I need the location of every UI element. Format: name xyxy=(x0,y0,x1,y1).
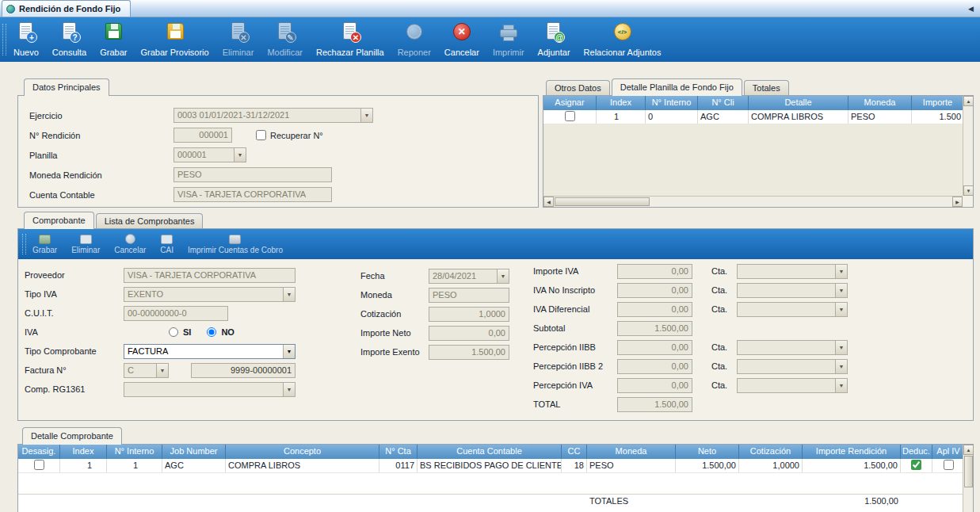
col-header-moneda[interactable]: Moneda xyxy=(848,96,912,110)
scroll-right-icon[interactable]: ▶ xyxy=(952,197,963,207)
col-header-apl-iva[interactable]: Apl IV xyxy=(932,445,963,459)
query-document-icon: ? xyxy=(59,21,81,42)
tab-lista-comprobantes[interactable]: Lista de Comprobantes xyxy=(96,213,204,228)
col-header-n-interno[interactable]: N° Interno xyxy=(646,96,698,110)
toolbar-button-nuevo[interactable]: + Nuevo xyxy=(8,20,44,59)
comp-toolbar-cancelar[interactable]: Cancelar xyxy=(114,234,146,254)
col-header-desasig[interactable]: Desasig. xyxy=(18,445,60,459)
toolbar-button-cancelar[interactable]: ✕ Cancelar xyxy=(439,20,485,59)
cta-iva-no-inscripto-select: ▼ xyxy=(737,283,848,298)
col-header-asignar[interactable]: Asignar xyxy=(543,96,597,110)
save-icon xyxy=(102,21,124,42)
scroll-down-icon[interactable]: ▼ xyxy=(963,185,974,196)
cotizacion-label: Cotización xyxy=(360,309,429,319)
col-header-cotizacion[interactable]: Cotización xyxy=(739,445,803,459)
scroll-left-icon[interactable]: ◀ xyxy=(543,197,554,207)
col-header-moneda[interactable]: Moneda xyxy=(587,445,676,459)
dropdown-arrow-icon: ▼ xyxy=(283,345,295,358)
desasig-checkbox[interactable] xyxy=(34,460,44,470)
comp-toolbar-eliminar[interactable]: Eliminar xyxy=(71,235,100,254)
tab-comprobante[interactable]: Comprobante xyxy=(24,212,94,229)
deduc-checkbox[interactable] xyxy=(911,460,921,470)
comp-toolbar-cai[interactable]: CAI xyxy=(160,235,174,254)
dropdown-arrow-icon: ▼ xyxy=(156,364,168,377)
dropdown-arrow-icon: ▼ xyxy=(835,303,847,316)
col-header-index[interactable]: Index xyxy=(597,96,646,110)
toolbar-button-adjuntar[interactable]: @ Adjuntar xyxy=(532,20,576,59)
toolbar-label: Grabar Provisorio xyxy=(140,48,208,57)
toolbar-button-relacionar-adjuntos[interactable]: </> Relacionar Adjuntos xyxy=(578,20,667,59)
factura-letra-select: C▼ xyxy=(124,363,169,378)
planilla-table-row[interactable]: 1 0 AGC COMPRA LIBROS PESO 1.500 xyxy=(543,110,963,124)
delete-document-icon: ✕ xyxy=(227,21,250,42)
tipo-comprobante-select[interactable]: FACTURA▼ xyxy=(124,344,296,359)
col-header-n-interno[interactable]: N° Interno xyxy=(107,445,162,459)
moneda-rendicion-input: PESO xyxy=(174,167,332,182)
new-document-icon: + xyxy=(15,21,37,42)
toolbar-button-grabar[interactable]: Grabar xyxy=(94,20,132,59)
asignar-checkbox[interactable] xyxy=(565,111,575,121)
toolbar-button-consulta[interactable]: ? Consulta xyxy=(47,20,92,59)
empty-table-row xyxy=(18,473,963,494)
col-header-n-cta[interactable]: N° Cta xyxy=(379,445,418,459)
col-header-n-cli[interactable]: N° Cli xyxy=(698,96,749,110)
ejercicio-label: Ejercicio xyxy=(29,111,174,120)
save-draft-icon xyxy=(164,21,186,42)
tab-totales[interactable]: Totales xyxy=(744,80,789,95)
window-tab[interactable]: Rendición de Fondo Fijo xyxy=(2,0,131,17)
importe-exento-input: 1.500,00 xyxy=(429,345,509,360)
iva-si-radio[interactable] xyxy=(169,327,178,337)
tipo-comprobante-label: Tipo Comprobante xyxy=(25,346,124,356)
apl-iva-checkbox[interactable] xyxy=(944,460,954,470)
detalle-vertical-scrollbar[interactable]: ▲ xyxy=(963,445,973,512)
tab-scroll-left-icon[interactable]: ◀ xyxy=(968,5,974,13)
toolbar-button-rechazar-planilla[interactable]: ✕ Rechazar Planilla xyxy=(311,20,390,59)
iva-no-radio[interactable] xyxy=(207,327,216,337)
main-area: Datos Principales Ejercicio 0003 01/01/2… xyxy=(0,62,980,512)
col-header-detalle[interactable]: Detalle xyxy=(749,96,848,110)
detalle-comprobante-section: Detalle Comprobante Desasig. Index N° In… xyxy=(17,426,974,512)
tab-detalle-comprobante[interactable]: Detalle Comprobante xyxy=(22,427,122,445)
col-header-concepto[interactable]: Concepto xyxy=(226,445,379,459)
detalle-table-row[interactable]: 1 1 AGC COMPRA LIBROS 0117 BS RECIBIDOS … xyxy=(18,459,963,473)
col-header-importe-rendicion[interactable]: Importe Rendición xyxy=(803,445,901,459)
planilla-vertical-scrollbar[interactable]: ▲ ▼ xyxy=(963,96,973,196)
tab-otros-datos[interactable]: Otros Datos xyxy=(546,80,610,95)
col-header-index[interactable]: Index xyxy=(60,445,107,459)
col-header-job-number[interactable]: Job Number xyxy=(162,445,226,459)
scroll-up-icon[interactable]: ▲ xyxy=(963,96,974,106)
scroll-thumb[interactable] xyxy=(964,456,973,487)
comp-toolbar-grabar[interactable]: Grabar xyxy=(32,235,57,254)
col-header-cc[interactable]: CC xyxy=(562,445,587,459)
cta-label: Cta. xyxy=(711,304,737,314)
planilla-horizontal-scrollbar[interactable]: ◀ ▶ xyxy=(543,196,963,207)
proveedor-input: VISA - TARJETA CORPORATIVA xyxy=(124,268,296,283)
col-header-neto[interactable]: Neto xyxy=(676,445,739,459)
col-header-importe[interactable]: Importe xyxy=(912,96,964,110)
col-header-cuenta-contable[interactable]: Cuenta Contable xyxy=(418,445,562,459)
importe-iva-input: 0,00 xyxy=(617,264,692,279)
tab-detalle-planilla[interactable]: Detalle Planilla de Fondo Fijo xyxy=(612,78,742,96)
tab-datos-principales[interactable]: Datos Principales xyxy=(24,78,109,96)
dropdown-arrow-icon: ▼ xyxy=(283,383,295,396)
col-header-deduc[interactable]: Deduc. xyxy=(901,445,932,459)
toolbar-label: Grabar xyxy=(100,48,127,57)
recuperar-checkbox[interactable] xyxy=(256,130,266,140)
cotizacion-input: 1,0000 xyxy=(429,307,509,322)
scroll-thumb[interactable] xyxy=(555,197,650,206)
scroll-up-icon[interactable]: ▲ xyxy=(963,445,974,455)
comp-toolbar-imprimir-cuentas[interactable]: Imprimir Cuentas de Cobro xyxy=(188,235,283,254)
dropdown-arrow-icon: ▼ xyxy=(283,288,295,301)
cell-neto: 1.500,00 xyxy=(676,459,739,472)
comp-rg1361-select: ▼ xyxy=(124,382,296,397)
toolbar-label: Consulta xyxy=(52,48,86,57)
factura-numero-input: 9999-00000001 xyxy=(191,363,296,378)
toolbar-button-grabar-provisorio[interactable]: Grabar Provisorio xyxy=(135,20,214,59)
moneda-label: Moneda xyxy=(360,290,429,300)
dropdown-arrow-icon: ▼ xyxy=(234,148,246,162)
link-attachments-icon: </> xyxy=(612,21,634,42)
toolbar-label: Nuevo xyxy=(13,48,39,57)
cta-label: Cta. xyxy=(711,266,737,276)
cell-concepto: COMPRA LIBROS xyxy=(226,459,379,472)
percepcion-iibb-label: Percepción IIBB xyxy=(533,342,617,352)
